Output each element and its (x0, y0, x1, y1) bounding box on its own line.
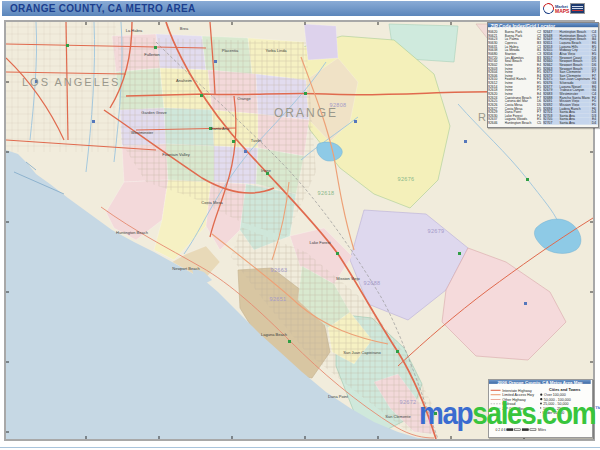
svg-text:Lake Forest: Lake Forest (309, 240, 331, 245)
zip-index-panel: ZIP Code Index/Grid Locator 90620Buena P… (487, 22, 599, 128)
svg-text:Orange: Orange (237, 96, 251, 101)
svg-text:Newport Beach: Newport Beach (172, 266, 199, 271)
svg-text:San Clemente: San Clemente (385, 414, 411, 419)
brand-logo: Market MAPS (543, 1, 598, 16)
svg-text:Anaheim: Anaheim (176, 78, 192, 83)
map-screenshot: ORANGE COUNTY, CA METRO AREA Market MAPS (0, 0, 600, 450)
svg-text:Laguna Beach: Laguna Beach (261, 332, 287, 337)
legend-title: 2006 Orange County, CA Metro Area Map (489, 380, 591, 384)
svg-text:Dana Point: Dana Point (328, 394, 349, 399)
svg-text:92651: 92651 (270, 296, 287, 302)
svg-text:Santa Ana: Santa Ana (211, 126, 230, 131)
svg-text:Placentia: Placentia (222, 48, 239, 53)
svg-text:Mission Viejo: Mission Viejo (336, 276, 360, 281)
svg-text:Costa Mesa: Costa Mesa (201, 200, 223, 205)
svg-text:92679: 92679 (428, 228, 445, 234)
map-title: ORANGE COUNTY, CA METRO AREA (10, 3, 195, 14)
zip-index-title: ZIP Code Index/Grid Locator (488, 23, 599, 27)
svg-text:92676: 92676 (398, 176, 415, 182)
brand-badge-icon (570, 3, 585, 14)
svg-text:San Juan Capistrano: San Juan Capistrano (343, 350, 381, 355)
map-title-bar: ORANGE COUNTY, CA METRO AREA (2, 1, 540, 16)
svg-text:ORANGE: ORANGE (274, 106, 338, 120)
svg-text:Brea: Brea (180, 26, 189, 31)
watermark-com: .com (535, 396, 595, 431)
zip-index-rows: 90620Buena ParkC292647Huntington BeachC4… (488, 30, 598, 125)
svg-text:Westminster: Westminster (131, 130, 154, 135)
svg-text:92808: 92808 (330, 102, 347, 108)
brand-name-bottom: MAPS (555, 9, 569, 13)
svg-text:Fullerton: Fullerton (144, 52, 160, 57)
svg-text:92672: 92672 (400, 399, 417, 405)
watermark-sales: sales (472, 396, 535, 431)
globe-swirl-icon (541, 1, 556, 16)
svg-text:Tustin: Tustin (251, 138, 262, 143)
watermark-map: map (419, 396, 472, 431)
mapsales-watermark: mapsales.com™ (419, 396, 600, 432)
svg-text:Yorba Linda: Yorba Linda (265, 48, 287, 53)
svg-text:Garden Grove: Garden Grove (141, 110, 167, 115)
page-bottom-edge (0, 447, 600, 448)
svg-text:LOS ANGELES: LOS ANGELES (22, 76, 120, 88)
svg-text:Huntington Beach: Huntington Beach (116, 230, 148, 235)
legend-subtitle: Cities and Towns (540, 388, 589, 392)
svg-text:92618: 92618 (318, 190, 335, 196)
svg-text:92688: 92688 (364, 280, 381, 286)
svg-text:Fountain Valley: Fountain Valley (162, 152, 189, 157)
svg-text:La Habra: La Habra (126, 28, 143, 33)
watermark-tm: ™ (595, 405, 600, 414)
svg-text:Irvine: Irvine (261, 168, 272, 173)
svg-text:92663: 92663 (271, 267, 288, 273)
